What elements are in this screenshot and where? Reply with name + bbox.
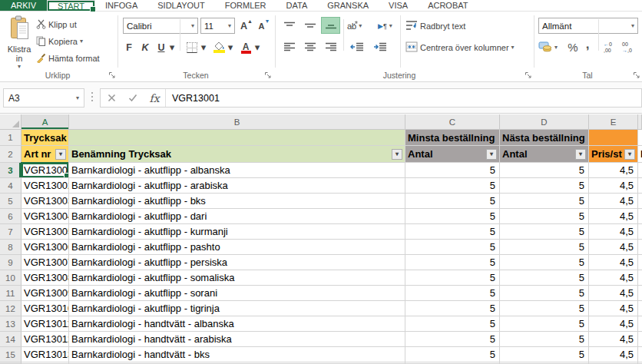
row-header[interactable]: 1 (0, 130, 22, 146)
borders-button[interactable] (184, 39, 200, 55)
cell-price[interactable]: 4,5 (589, 332, 638, 347)
align-bottom-button[interactable] (321, 17, 340, 34)
show-paragraph-button[interactable]: ▶¶ ▾ (378, 18, 392, 34)
filter-button[interactable]: ▾ (392, 149, 402, 160)
row-header[interactable]: 14 (0, 332, 22, 347)
tab-visa[interactable]: VISA (379, 0, 418, 11)
row-header[interactable]: 3 (0, 163, 22, 178)
cell-min[interactable]: 5 (405, 194, 500, 209)
formula-input[interactable]: VGR13001 (166, 93, 220, 104)
cell-next[interactable]: 5 (500, 240, 589, 255)
row-header[interactable]: 12 (0, 301, 22, 316)
cell-name[interactable]: Barnkardiologi - akutflipp - persiska (69, 255, 405, 270)
comma-style-button[interactable]: , (583, 36, 592, 52)
row-header[interactable]: 15 (0, 347, 22, 362)
row-header[interactable]: 7 (0, 224, 22, 240)
row-header[interactable]: 13 (0, 316, 22, 332)
paste-button[interactable]: Klistra in ▾ (3, 15, 35, 71)
accounting-format-button[interactable]: ▾ (538, 39, 558, 55)
select-all-button[interactable] (0, 114, 22, 130)
shrink-font-button[interactable]: A▼ (256, 18, 272, 34)
cell-artnr[interactable]: VGR13006 (22, 240, 69, 255)
decrease-indent-button[interactable] (347, 38, 366, 55)
tab-acrobat[interactable]: ACROBAT (418, 0, 478, 11)
fill-color-button[interactable] (211, 39, 227, 55)
cell-e2[interactable]: Pris/st ▾ (589, 146, 638, 163)
insert-function-button[interactable]: fx (144, 89, 165, 107)
cell-price[interactable]: 4,5 (589, 240, 638, 255)
cell-f[interactable] (638, 240, 642, 255)
merge-center-button[interactable]: Centrera över kolumner ▾ (405, 39, 515, 55)
align-center-button[interactable] (300, 38, 319, 55)
cell-name[interactable]: Barnkardiologi - akutflipp - sorani (69, 286, 405, 301)
column-header-b[interactable]: B (69, 114, 405, 130)
cell-name[interactable]: Barnkardiologi - handtvätt - bks (69, 347, 405, 362)
underline-dropdown-icon[interactable]: ▾ (168, 39, 176, 55)
cell-f[interactable] (638, 224, 642, 240)
font-color-button[interactable]: A (238, 39, 253, 55)
cell-next[interactable]: 5 (500, 194, 589, 209)
font-size-select[interactable]: 11 ▾ (200, 18, 235, 34)
cell-artnr[interactable]: VGR13009 (22, 286, 69, 301)
cell-min[interactable]: 5 (405, 332, 500, 347)
orientation-button[interactable]: ab ▾ (347, 18, 362, 34)
cell-next[interactable]: 5 (500, 178, 589, 194)
font-dialog-launcher-icon[interactable] (264, 71, 272, 78)
tab-data[interactable]: DATA (276, 0, 318, 11)
increase-indent-button[interactable] (370, 38, 389, 55)
cell-name[interactable]: Barnkardiologi - akutflipp - somaliska (69, 270, 405, 286)
fill-color-dropdown-icon[interactable]: ▾ (227, 39, 234, 55)
cell-c2[interactable]: Antal ▾ (405, 146, 500, 163)
cell-artnr[interactable]: VGR13008 (22, 270, 69, 286)
cell-min[interactable]: 5 (405, 255, 500, 270)
enter-button[interactable] (122, 89, 144, 107)
cut-button[interactable]: Klipp ut (36, 16, 100, 33)
cell-name[interactable]: Barnkardiologi - akutflipp - kurmanji (69, 224, 405, 240)
cell-f[interactable] (638, 270, 642, 286)
cell-next[interactable]: 5 (500, 286, 589, 301)
cell-f2[interactable]: P (638, 146, 642, 163)
align-right-button[interactable] (321, 38, 340, 55)
align-middle-button[interactable] (300, 17, 319, 34)
row-header[interactable]: 5 (0, 194, 22, 209)
cell-f[interactable] (638, 194, 642, 209)
cell-name[interactable]: Barnkardiologi - akutflipp - tigrinja (69, 301, 405, 316)
cell-next[interactable]: 5 (500, 209, 589, 224)
cell-min[interactable]: 5 (405, 178, 500, 194)
cell-min[interactable]: 5 (405, 209, 500, 224)
cell-f[interactable] (638, 255, 642, 270)
cell-artnr[interactable]: VGR13002 (22, 178, 69, 194)
filter-button[interactable]: ▾ (624, 149, 635, 160)
cell-artnr[interactable]: VGR13004 (22, 209, 69, 224)
cell-name[interactable]: Barnkardiologi - akutflipp - bks (69, 194, 405, 209)
cell-name[interactable]: Barnkardiologi - akutflipp - albanska (69, 163, 405, 178)
cell-price[interactable]: 4,5 (589, 347, 638, 362)
cell-min[interactable]: 5 (405, 240, 500, 255)
row-header[interactable]: 6 (0, 209, 22, 224)
alignment-dialog-launcher-icon[interactable] (525, 71, 532, 78)
cell-next[interactable]: 5 (500, 301, 589, 316)
cell-artnr[interactable]: VGR13003 (22, 194, 69, 209)
cell-name[interactable]: Barnkardiologi - handtvätt - arabiska (69, 332, 405, 347)
cell-next[interactable]: 5 (500, 163, 589, 178)
cell-name[interactable]: Barnkardiologi - akutflipp - pashto (69, 240, 405, 255)
cancel-button[interactable] (101, 89, 122, 107)
borders-dropdown-icon[interactable]: ▾ (200, 39, 207, 55)
column-header-e[interactable]: E (589, 114, 638, 130)
cell-price[interactable]: 4,5 (589, 316, 638, 332)
tab-arkiv[interactable]: ARKIV (0, 0, 47, 11)
tab-formler[interactable]: FORMLER (215, 0, 276, 11)
cell-price[interactable]: 4,5 (589, 178, 638, 194)
cell-next[interactable]: 5 (500, 224, 589, 240)
filter-button[interactable]: ▾ (486, 149, 497, 160)
row-header[interactable]: 2 (0, 146, 22, 163)
filter-button[interactable]: ▾ (55, 149, 66, 160)
row-header[interactable]: 4 (0, 178, 22, 194)
align-left-button[interactable] (280, 38, 299, 55)
cell-artnr[interactable]: VGR13005 (22, 224, 69, 240)
cell-min[interactable]: 5 (405, 270, 500, 286)
align-top-button[interactable] (280, 17, 299, 34)
cell-f[interactable] (638, 347, 642, 362)
cell-artnr[interactable]: VGR13013 (22, 347, 69, 362)
font-name-select[interactable]: Calibri ▾ (123, 18, 198, 34)
